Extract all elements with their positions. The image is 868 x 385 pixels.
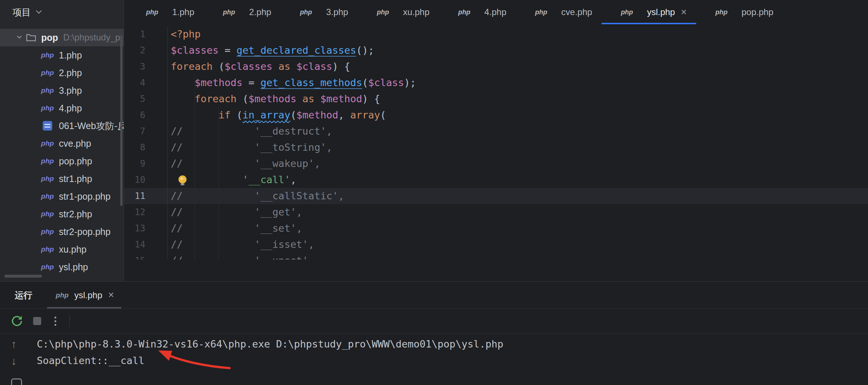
project-tree: pop D:\phpstudy_p php1.phpphp2.phpphp3.p… [0,24,124,276]
php-file-icon: php [137,8,168,16]
phpstorm-window: 项目 pop D:\phpstudy_p php1.phpphp2.phpphp… [0,0,868,385]
tree-item-label: str2.php [59,209,92,220]
run-panel-title[interactable]: 运行 [15,289,32,301]
code-line-1[interactable]: 1<?php [124,26,868,42]
tab-label: 2.php [249,7,271,17]
editor-tab-1.php[interactable]: php1.php [127,0,204,24]
tree-item-str2.php[interactable]: phpstr2.php [0,205,124,223]
run-tab-row: 运行 php ysl.php × [0,282,868,309]
line-number[interactable]: 1 [124,26,168,42]
line-number[interactable]: 15 [124,253,168,260]
tab-label: pop.php [741,7,773,17]
chevron-down-icon[interactable] [17,34,22,39]
tree-item-str1-pop.php[interactable]: phpstr1-pop.php [0,188,124,205]
tree-item-ysl.php[interactable]: phpysl.php [0,258,124,276]
tree-item-cve.php[interactable]: phpcve.php [0,135,124,152]
editor-tab-3.php[interactable]: php3.php [281,0,358,24]
main-area: 项目 pop D:\phpstudy_p php1.phpphp2.phpphp… [0,0,868,281]
run-tab[interactable]: php ysl.php × [47,282,121,309]
php-file-icon: php [290,8,322,16]
close-icon[interactable]: × [108,290,114,300]
scroll-to-bottom-icon[interactable]: ↓ [11,356,17,367]
project-panel: 项目 pop D:\phpstudy_p php1.phpphp2.phpphp… [0,0,124,281]
editor[interactable]: 1<?php2$classes = get_declared_classes()… [124,24,868,260]
code-line-7[interactable]: 7// '__destruct', [124,123,868,139]
line-number[interactable]: 9 [124,156,168,172]
tree-item-3.php[interactable]: php3.php [0,82,124,99]
code-line-4[interactable]: 4 $methods = get_class_methods($class); [124,75,868,91]
editor-tab-xu.php[interactable]: phpxu.php [358,0,439,24]
editor-tab-2.php[interactable]: php2.php [204,0,281,24]
line-number[interactable]: 3 [124,58,168,75]
console-tool-icon[interactable] [11,378,22,385]
code-line-11[interactable]: 11// '__callStatic', [124,188,868,204]
root-folder-path: D:\phpstudy_p [63,32,120,43]
code-text: '__call', [168,172,296,188]
code-line-2[interactable]: 2$classes = get_declared_classes(); [124,42,868,58]
code-line-14[interactable]: 14// '__isset', [124,236,868,253]
line-number[interactable]: 8 [124,139,168,156]
code-line-8[interactable]: 8// '__toString', [124,139,868,156]
tree-item-2.php[interactable]: php2.php [0,64,124,82]
tree-item-pop.php[interactable]: phppop.php [0,152,124,170]
editor-tab-cve.php[interactable]: phpcve.php [516,0,602,24]
php-file-icon: php [54,291,70,299]
editor-tab-pop.php[interactable]: phppop.php [696,0,783,24]
rerun-icon[interactable] [11,315,23,327]
line-number[interactable]: 14 [124,236,168,253]
tree-item-1.php[interactable]: php1.php [0,46,124,64]
code-line-6[interactable]: 6 if (in_array($method, array( [124,107,868,123]
project-horizontal-scrollbar[interactable] [4,275,42,278]
code-line-9[interactable]: 9// '__wakeup', [124,156,868,172]
code-line-3[interactable]: 3foreach ($classes as $class) { [124,58,868,75]
chevron-down-icon [36,8,42,14]
tree-item-str2-pop.php[interactable]: phpstr2-pop.php [0,223,124,240]
tab-label: xu.php [403,7,429,17]
code-line-5[interactable]: 5 foreach ($methods as $method) { [124,91,868,107]
close-icon[interactable]: × [681,7,687,17]
tree-item-label: str1-pop.php [59,191,110,202]
project-vertical-scrollbar[interactable] [120,35,123,206]
code-line-10[interactable]: 10 '__call', [124,172,868,188]
stop-icon[interactable] [33,317,41,325]
line-number[interactable]: 2 [124,42,168,58]
tree-item-str1.php[interactable]: phpstr1.php [0,170,124,188]
line-number[interactable]: 13 [124,220,168,236]
line-number[interactable]: 7 [124,123,168,139]
php-file-icon: php [40,245,55,253]
tab-label: cve.php [561,7,592,17]
project-panel-header[interactable]: 项目 [0,0,124,24]
root-folder-name: pop [41,32,58,43]
editor-tab-bar: php1.phpphp2.phpphp3.phpphpxu.phpphp4.ph… [124,0,868,24]
editor-tab-4.php[interactable]: php4.php [439,0,516,24]
tree-item-061-Web攻防-反[interactable]: 061-Web攻防-反 [0,117,124,135]
code-line-15[interactable]: 15// '__unset' [124,253,868,260]
code-line-12[interactable]: 12// '__get', [124,204,868,220]
line-number[interactable]: 10 [124,172,168,188]
console-output: C:\php\php-8.3.0-Win32-vs16-x64\php.exe … [37,334,503,385]
tree-item-4.php[interactable]: php4.php [0,99,124,117]
tree-item-label: 4.php [59,103,82,114]
more-options-icon[interactable] [52,316,59,327]
tree-root-folder[interactable]: pop D:\phpstudy_p [0,29,124,46]
line-number[interactable]: 5 [124,91,168,107]
editor-tab-ysl.php[interactable]: phpysl.php× [602,0,696,24]
intention-bulb-icon[interactable] [178,175,187,183]
tab-label: 1.php [172,7,194,17]
line-number[interactable]: 12 [124,204,168,220]
scroll-to-top-icon[interactable]: ↑ [11,339,17,350]
tree-item-label: pop.php [59,156,92,167]
php-file-icon: php [706,8,737,16]
code-text: // '__callStatic', [168,188,344,204]
code-line-13[interactable]: 13// '__set', [124,220,868,236]
tree-item-label: 061-Web攻防-反 [59,120,124,132]
line-number[interactable]: 11 [124,188,168,204]
tree-item-xu.php[interactable]: phpxu.php [0,240,124,258]
run-toolbar [0,309,868,334]
tab-label: 3.php [326,7,348,17]
php-file-icon: php [40,263,55,271]
code-text: // '__isset', [168,236,314,253]
line-number[interactable]: 4 [124,75,168,91]
run-tab-label: ysl.php [74,290,102,300]
line-number[interactable]: 6 [124,107,168,123]
